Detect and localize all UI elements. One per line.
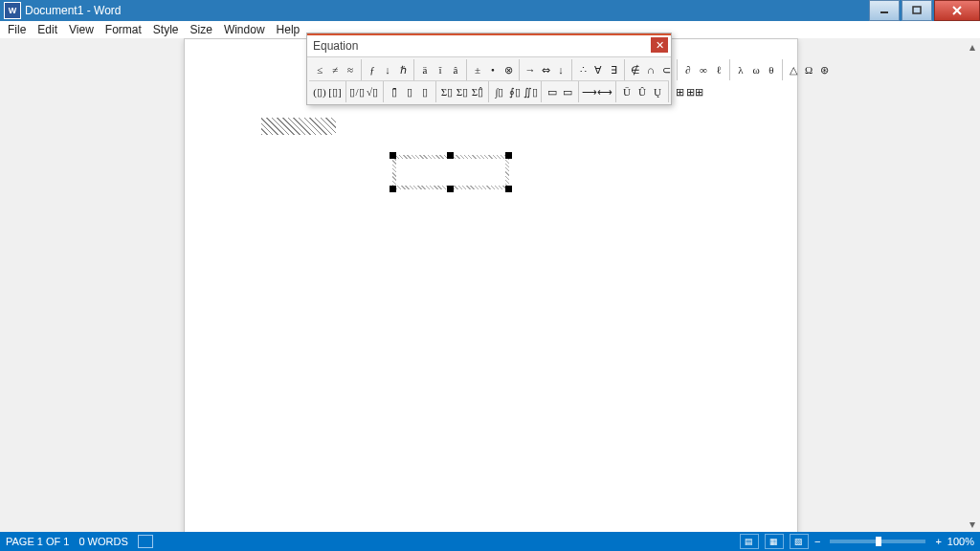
equation-symbol-button[interactable]: ▯ xyxy=(417,83,433,100)
menu-help[interactable]: Help xyxy=(271,22,306,37)
selected-equation-object[interactable] xyxy=(390,152,512,192)
equation-window-close-button[interactable]: ✕ xyxy=(651,37,668,53)
zoom-slider-thumb[interactable] xyxy=(876,537,881,546)
spellcheck-icon[interactable] xyxy=(138,535,153,548)
equation-button-group: ▯̄▯▯ xyxy=(384,81,436,102)
scroll-up-button[interactable]: ▴ xyxy=(964,38,980,55)
equation-symbol-button[interactable]: ∴ xyxy=(575,61,590,78)
equation-symbol-button[interactable]: ℓ xyxy=(711,61,726,78)
equation-symbol-button[interactable]: ∩ xyxy=(643,61,658,78)
equation-symbol-button[interactable]: ⊞⊞ xyxy=(687,83,702,100)
equation-symbol-button[interactable]: ω xyxy=(748,61,764,78)
menu-window[interactable]: Window xyxy=(218,22,271,37)
menu-style[interactable]: Style xyxy=(147,22,185,37)
equation-symbol-button[interactable]: ∮▯ xyxy=(507,83,523,100)
equation-button-group: ∂∞ℓ xyxy=(678,59,730,80)
menu-file[interactable]: File xyxy=(2,22,32,37)
equation-button-group: ▯/▯√▯ xyxy=(346,81,384,102)
view-print-layout-button[interactable]: ▦ xyxy=(765,534,784,549)
equation-symbol-button[interactable]: ≈ xyxy=(343,61,358,78)
equation-symbol-button[interactable]: ⊗ xyxy=(501,61,516,78)
equation-symbol-button[interactable]: λ xyxy=(733,61,748,78)
equation-symbol-button[interactable]: ℏ xyxy=(395,61,411,78)
equation-symbol-button[interactable]: ä xyxy=(417,61,433,78)
equation-symbol-button[interactable]: Σ▯ xyxy=(439,83,455,100)
window-title: Document1 - Word xyxy=(25,4,121,17)
equation-symbol-button[interactable]: → xyxy=(523,61,538,78)
equation-symbol-button[interactable]: ▭ xyxy=(560,83,575,100)
menu-edit[interactable]: Edit xyxy=(32,22,63,37)
zoom-slider[interactable] xyxy=(830,540,925,543)
equation-window-titlebar[interactable]: Equation ✕ xyxy=(307,33,671,56)
zoom-in-button[interactable]: + xyxy=(935,536,941,547)
equation-symbol-button[interactable]: ⟶ xyxy=(582,83,597,100)
title-bar: W Document1 - Word xyxy=(0,0,980,21)
equation-symbol-button[interactable]: Ū xyxy=(619,83,635,100)
maximize-button[interactable] xyxy=(902,0,932,21)
equation-symbol-button[interactable]: ⊞ xyxy=(672,83,687,100)
equation-symbol-button[interactable]: (▯) xyxy=(312,83,327,100)
equation-placeholder-hatched[interactable] xyxy=(261,118,336,135)
vertical-scrollbar[interactable]: ▴ ▾ xyxy=(964,38,980,532)
equation-symbol-button[interactable]: Û xyxy=(635,83,650,100)
equation-symbol-button[interactable]: ↓ xyxy=(553,61,568,78)
zoom-percent[interactable]: 100% xyxy=(947,536,974,547)
view-read-mode-button[interactable]: ▤ xyxy=(740,534,759,549)
equation-symbol-button[interactable]: Σ▯ xyxy=(455,83,470,100)
equation-symbol-button[interactable]: ↓ xyxy=(380,61,395,78)
equation-toolbar: ≤≠≈ƒ↓ℏäĭâ±•⊗→⇔↓∴∀∃∉∩⊂∂∞ℓλωθ△Ω⊛ (▯)[▯]▯/▯… xyxy=(307,56,671,104)
equation-button-group: △Ω⊛ xyxy=(783,59,835,80)
equation-symbol-button[interactable]: ∫▯ xyxy=(492,83,507,100)
equation-symbol-button[interactable]: ∉ xyxy=(628,61,643,78)
equation-symbol-button[interactable]: √▯ xyxy=(365,83,380,100)
equation-symbol-button[interactable]: ƒ xyxy=(365,61,380,78)
equation-symbol-button[interactable]: Σ▯̂ xyxy=(470,83,485,100)
equation-symbol-button[interactable]: ĭ xyxy=(433,61,448,78)
zoom-out-button[interactable]: − xyxy=(814,536,820,547)
equation-symbol-button[interactable]: ▭ xyxy=(545,83,560,100)
equation-symbol-button[interactable]: ≠ xyxy=(327,61,343,78)
equation-toolbar-window[interactable]: Equation ✕ ≤≠≈ƒ↓ℏäĭâ±•⊗→⇔↓∴∀∃∉∩⊂∂∞ℓλωθ△Ω… xyxy=(306,33,672,105)
resize-handle-nw[interactable] xyxy=(390,152,396,159)
equation-button-group: ≤≠≈ xyxy=(309,59,362,80)
equation-symbol-button[interactable]: [▯] xyxy=(327,83,343,100)
menu-format[interactable]: Format xyxy=(100,22,147,37)
equation-button-group: (▯)[▯] xyxy=(309,81,346,102)
equation-symbol-button[interactable]: ⊛ xyxy=(816,61,832,78)
scroll-down-button[interactable]: ▾ xyxy=(964,516,980,532)
equation-symbol-button[interactable]: Ų xyxy=(650,83,665,100)
equation-symbol-button[interactable]: ≤ xyxy=(312,61,327,78)
equation-symbol-button[interactable]: ∬▯ xyxy=(523,83,538,100)
equation-symbol-button[interactable]: ▯̄ xyxy=(387,83,402,100)
equation-symbol-button[interactable]: ⟷ xyxy=(597,83,612,100)
equation-symbol-button[interactable]: ⊂ xyxy=(658,61,674,78)
menu-size[interactable]: Size xyxy=(185,22,218,37)
equation-symbol-button[interactable]: ▯/▯ xyxy=(349,83,365,100)
status-page[interactable]: PAGE 1 OF 1 xyxy=(6,536,69,547)
view-web-layout-button[interactable]: ▧ xyxy=(790,534,809,549)
status-words[interactable]: 0 WORDS xyxy=(78,536,127,547)
equation-symbol-button[interactable]: ∂ xyxy=(680,61,696,78)
equation-symbol-button[interactable]: • xyxy=(485,61,501,78)
equation-symbol-button[interactable]: ∞ xyxy=(696,61,711,78)
close-button[interactable] xyxy=(934,0,980,21)
equation-symbol-button[interactable]: ∃ xyxy=(606,61,621,78)
equation-symbol-button[interactable]: θ xyxy=(764,61,779,78)
equation-button-group: →⇔↓ xyxy=(520,59,572,80)
resize-handle-sw[interactable] xyxy=(390,186,396,192)
equation-symbol-button[interactable]: Ω xyxy=(801,61,816,78)
equation-symbol-button[interactable]: ± xyxy=(470,61,485,78)
resize-handle-ne[interactable] xyxy=(505,152,512,159)
equation-symbol-button[interactable]: â xyxy=(448,61,463,78)
menu-view[interactable]: View xyxy=(63,22,100,37)
equation-symbol-button[interactable]: △ xyxy=(786,61,801,78)
equation-symbol-button[interactable]: ⇔ xyxy=(538,61,553,78)
equation-symbol-button[interactable]: ∀ xyxy=(590,61,606,78)
resize-handle-se[interactable] xyxy=(505,186,512,192)
equation-symbol-button[interactable]: ▯ xyxy=(402,83,417,100)
minimize-button[interactable] xyxy=(869,0,900,21)
resize-handle-s[interactable] xyxy=(447,186,454,192)
equation-button-group: ⊞⊞⊞ xyxy=(669,81,705,102)
document-page[interactable] xyxy=(184,38,798,532)
resize-handle-n[interactable] xyxy=(447,152,454,159)
